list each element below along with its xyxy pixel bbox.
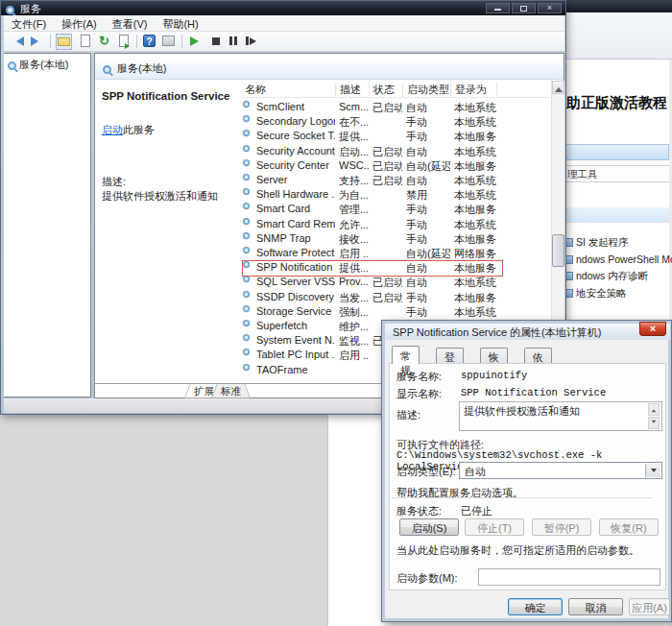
scrollbar-thumb[interactable] [552,234,564,267]
export-icon[interactable] [115,34,132,50]
service-row[interactable]: Secondary Logon在不...手动本地系统 [241,114,550,129]
dialog-close-button[interactable]: × [639,322,666,336]
startup-type-label: 启动类型(E): [396,465,456,479]
admin-tool-item: SI 发起程序 [564,236,672,253]
column-header-4[interactable]: 登录为 [451,83,497,98]
apply-button[interactable]: 应用(A) [629,598,670,615]
pane-header: 服务(本地) [95,58,564,80]
column-header-0[interactable]: 名称 [241,83,336,98]
doc-highlight-band [564,207,669,223]
service-name-value: sppuinotify [461,370,527,381]
ok-button[interactable]: 确定 [508,598,563,615]
console-window-icon[interactable] [160,34,177,50]
service-icon [243,276,250,282]
menu-item-0[interactable]: 文件(F) [4,15,54,32]
screen: bC AA 新样式 文 文字工 助正版激活教程 理工具 SI 发起程序ndows… [0,0,672,626]
pause-button[interactable]: 暂停(P) [532,518,591,536]
refresh-icon[interactable]: ↻ [96,34,112,50]
menu-item-1[interactable]: 操作(A) [54,15,105,32]
service-icon [243,364,250,371]
cancel-button[interactable]: 取消 [568,598,623,615]
params-input[interactable] [478,568,660,586]
services-app-icon [6,6,14,14]
service-row[interactable]: Shell Hardware ...为自...禁用本地系统 [241,187,550,202]
back-icon[interactable] [10,34,26,50]
start-service-link[interactable]: 启动 [102,124,123,135]
chevron-down-icon[interactable] [645,464,660,477]
dialog-tab-恢复[interactable]: 恢复 [480,348,508,364]
scroll-up-button[interactable] [552,81,564,94]
dialog-tab-依存关系[interactable]: 依存关系 [524,348,552,364]
stop-button[interactable]: 停止(T) [465,518,524,536]
pause-service-icon[interactable] [225,34,241,50]
view-tab-标准[interactable]: 标准 [209,384,252,398]
params-label: 启动参数(M): [396,571,458,586]
service-status-value: 已停止 [461,504,492,518]
service-row[interactable]: SSDP Discovery当发...已启动手动本地服务 [241,290,550,304]
resume-button[interactable]: 恢复(R) [599,518,659,536]
start-service-line: 启动此服务 [102,123,155,137]
restart-service-icon[interactable] [244,34,260,50]
document-heading: 助正版激活教程 [566,94,672,112]
service-icon [243,232,250,239]
start-service-icon[interactable] [188,34,204,50]
menu-item-2[interactable]: 查看(V) [105,15,156,32]
highlight-box [242,260,503,277]
column-header-2[interactable]: 状态 [370,83,403,98]
textarea-scroll-up[interactable] [648,403,660,416]
service-icon [243,305,250,312]
service-row[interactable]: Smart Card管理...手动本地服务 [241,202,550,216]
pane-header-label: 服务(本地) [117,62,166,74]
admin-tool-item: 地安全策略 [564,287,672,303]
word-title-bar [562,0,672,12]
service-icon [243,101,250,108]
column-header-3[interactable]: 启动类型 [403,83,451,98]
help-icon[interactable]: ? [141,34,157,50]
description-textarea[interactable]: 提供软件授权激活和通知 [459,401,662,431]
list-header: 名称描述状态启动类型登录为 [241,81,550,98]
service-row[interactable]: SNMP Trap接收...手动本地服务 [241,231,550,246]
description-text: 提供软件授权激活和通知 [102,189,231,204]
textarea-scrollbar[interactable] [648,403,660,429]
doc-selected-row [564,144,669,160]
selected-service-name: SPP Notification Service [102,90,229,102]
minimize-button[interactable] [486,3,510,13]
dialog-tab-登录[interactable]: 登录 [436,348,464,364]
service-row[interactable]: Secure Socket T...提供...手动本地服务 [241,129,550,143]
forward-icon[interactable] [29,34,45,50]
start-button[interactable]: 启动(S) [399,518,459,536]
menu-bar: 文件(F)操作(A)查看(V)帮助(H) [4,15,564,32]
dialog-title: SPP Notification Service 的属性(本地计算机) [393,326,601,338]
service-row[interactable]: Server支持...已启动自动本地系统 [241,173,550,187]
service-icon [243,218,250,225]
service-icon [243,247,250,253]
service-row[interactable]: SQL Server VSS ...Prov...已启动自动本地系统 [241,275,550,289]
menu-item-3[interactable]: 帮助(H) [155,15,205,32]
dialog-tab-常规[interactable]: 常规 [392,346,420,364]
admin-tool-item: ndows 内存诊断 [564,270,672,286]
maximize-button[interactable] [512,3,536,13]
dialog-title-bar: SPP Notification Service 的属性(本地计算机) [385,324,670,340]
service-row[interactable]: Security Account...启动...已启动自动本地系统 [241,144,550,158]
column-header-1[interactable]: 描述 [336,83,370,98]
console-tree-icon[interactable] [56,34,72,50]
startup-type-select[interactable]: 自动 [459,462,662,479]
textarea-scroll-down[interactable] [648,417,660,429]
service-icon [243,145,250,152]
description-label: 描述: [102,175,126,189]
tree-item-services-local[interactable]: 服务(本地) [4,54,90,72]
word-ribbon: bC AA 新样式 文 文字工 [562,12,672,60]
service-row[interactable]: Smart Card Rem...允许...手动本地系统 [241,217,550,231]
service-row[interactable]: Security CenterWSC...已启动自动(延迟...本地服务 [241,158,550,173]
service-icon [243,291,250,298]
stop-service-icon[interactable] [207,34,224,50]
params-note: 当从此处启动服务时，您可指定所适用的启动参数。 [396,543,656,558]
word-canvas [0,415,331,626]
export-list-icon[interactable] [77,34,93,50]
properties-dialog: SPP Notification Service 的属性(本地计算机) × 常规… [381,320,672,622]
service-icon [243,349,250,355]
service-row[interactable]: Software Protect...启用 ...自动(延迟...网络服务 [241,246,550,260]
service-row[interactable]: Storage Service强制...手动本地系统 [241,304,550,319]
service-row[interactable]: ScmClientScm...已启动自动本地系统 [241,100,550,114]
close-button[interactable]: × [538,3,562,13]
